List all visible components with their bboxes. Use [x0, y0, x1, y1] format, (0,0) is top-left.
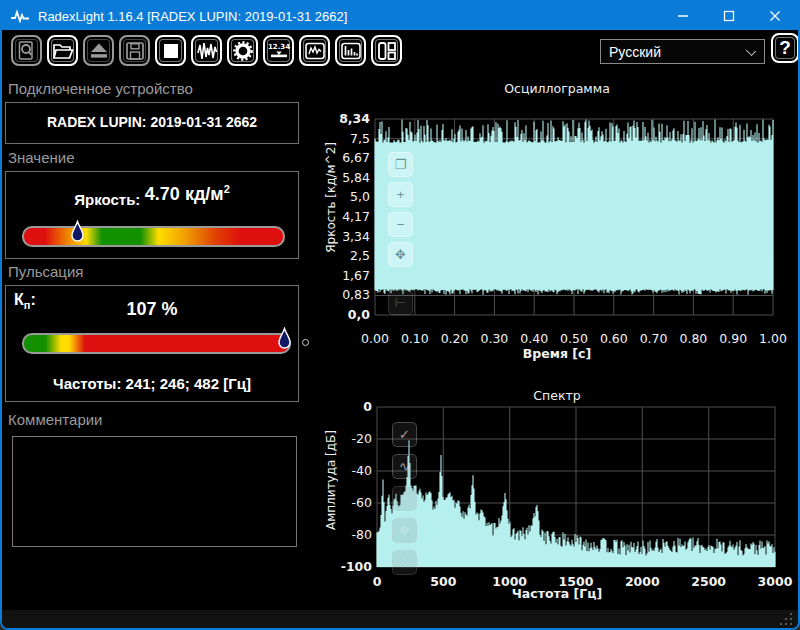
- value-marker-icon[interactable]: [71, 220, 84, 244]
- brightness-value: 4.70 кд/м2: [145, 184, 230, 204]
- axis-tick-label: -20: [352, 431, 372, 446]
- axis-tick-label: -100: [341, 559, 373, 574]
- axis-tick-label: 0.80: [679, 331, 707, 346]
- osc-zoom-in-button[interactable]: +: [388, 182, 413, 207]
- eject-button[interactable]: [83, 35, 114, 66]
- pulsation-marker-icon[interactable]: [278, 327, 291, 351]
- comments-section-label: Комментарии: [8, 411, 102, 428]
- axis-tick-label: 5,0: [350, 189, 370, 204]
- layout-button[interactable]: [371, 35, 402, 66]
- axis-tick-label: 0.40: [520, 331, 548, 346]
- pulsation-bar: [22, 333, 291, 354]
- axis-tick-label: 0: [363, 400, 372, 414]
- maximize-button[interactable]: [706, 2, 752, 30]
- pan-icon: ✥: [395, 248, 406, 261]
- bar-chart-icon: [339, 39, 363, 63]
- language-select[interactable]: Русский: [600, 39, 765, 64]
- axis-tick-label: 0.70: [640, 331, 668, 346]
- axis-tick-label: 0.10: [401, 331, 429, 346]
- close-button[interactable]: [752, 2, 798, 30]
- spectrum-chart[interactable]: 0-20-40-60-80-10005001000150020002500300…: [317, 400, 797, 600]
- digits-12.34-icon: 12.34: [267, 39, 291, 63]
- oscillogram-view-button[interactable]: [191, 35, 222, 66]
- resize-grip[interactable]: [778, 613, 792, 625]
- kp-value: 107 %: [6, 299, 298, 320]
- smoothed-wave-view-button[interactable]: [299, 35, 330, 66]
- osc-axes-button[interactable]: ⊢: [388, 290, 413, 315]
- svg-text:12.34: 12.34: [267, 42, 289, 50]
- open-folder-icon: [51, 39, 75, 63]
- axis-tick-label: 0.50: [560, 331, 588, 346]
- titlebar[interactable]: RadexLight 1.16.4 [RADEX LUPIN: 2019-01-…: [2, 2, 798, 30]
- wave-icon: ∿: [399, 460, 410, 473]
- axis-tick-label: -40: [352, 463, 372, 478]
- spec-pan-button[interactable]: ✥: [392, 518, 417, 543]
- minimize-button[interactable]: [660, 2, 706, 30]
- axis-tick-label: 0.30: [480, 331, 508, 346]
- oscillogram-title: Осциллограмма: [317, 81, 797, 96]
- axis-tick-label: 4,17: [342, 209, 370, 224]
- gear-icon: [231, 39, 255, 63]
- chevron-down-icon: [746, 46, 756, 56]
- axis-tick-label: 7,5: [350, 131, 370, 146]
- spectrum-view-button[interactable]: [335, 35, 366, 66]
- device-section-label: Подключенное устройство: [8, 80, 193, 97]
- zoom-out-icon: −: [397, 218, 405, 231]
- checkmark-icon: ✓: [399, 428, 410, 441]
- axis-tick-label: 0,83: [342, 287, 370, 302]
- osc-zoom-out-button[interactable]: −: [388, 212, 413, 237]
- open-button[interactable]: [47, 35, 78, 66]
- oscillogram-xlabel: Время [с]: [317, 346, 797, 361]
- device-name: RADEX LUPIN: 2019-01-31 2662: [6, 114, 298, 130]
- osc-copy-button[interactable]: ❐: [388, 152, 413, 177]
- axis-tick-label: 0.00: [361, 331, 389, 346]
- dots-icon: ⁘: [399, 556, 410, 569]
- comments-textarea[interactable]: [12, 436, 297, 547]
- waveform-icon: [195, 39, 219, 63]
- save-button[interactable]: [119, 35, 150, 66]
- axis-tick-label: 1,67: [342, 268, 370, 283]
- spec-autoscale-button[interactable]: ✓: [392, 422, 417, 447]
- app-logo-icon: [10, 8, 30, 24]
- floppy-disk-icon: [123, 39, 147, 63]
- pulsation-overflow-dot: [302, 339, 309, 346]
- minimize-icon: [677, 10, 689, 22]
- numeric-display-button[interactable]: 12.34: [263, 35, 294, 66]
- app-window: RadexLight 1.16.4 [RADEX LUPIN: 2019-01-…: [0, 0, 800, 630]
- split-layout-icon: [375, 39, 399, 63]
- value-section-label: Значение: [8, 149, 75, 166]
- wave-box-icon: [303, 39, 327, 63]
- stop-square-icon: [159, 39, 183, 63]
- axis-tick-label: 6,67: [342, 150, 370, 165]
- language-value: Русский: [609, 44, 661, 60]
- axis-tick-label: 0.60: [600, 331, 628, 346]
- axis-tick-label: 3,34: [342, 229, 370, 244]
- axis-tick-label: 8,34: [339, 111, 370, 126]
- stop-button[interactable]: [155, 35, 186, 66]
- axis-tick-label: 0.20: [441, 331, 469, 346]
- spec-trace-button[interactable]: ∿: [392, 454, 417, 479]
- magnifier-document-icon: [15, 39, 39, 63]
- zoom-tool-button[interactable]: [11, 35, 42, 66]
- spec-options-button[interactable]: ⁘: [392, 550, 417, 575]
- settings-button[interactable]: [227, 35, 258, 66]
- zoom-out-icon: −: [401, 492, 409, 505]
- osc-pan-button[interactable]: ✥: [388, 242, 413, 267]
- maximize-icon: [723, 10, 735, 22]
- axis-tick-label: 0.90: [719, 331, 747, 346]
- value-bar: [22, 226, 285, 247]
- pulsation-box: Кп: 107 % Частоты: 241; 246; 482 [Гц]: [5, 285, 299, 402]
- axis-tick-label: 1.00: [759, 331, 787, 346]
- axis-tick-label: -80: [352, 527, 372, 542]
- spectrum-xlabel: Частота [Гц]: [317, 586, 797, 601]
- eject-icon: [87, 39, 111, 63]
- axis-tick-label: -60: [352, 495, 372, 510]
- axis-tick-label: 0,0: [348, 307, 370, 322]
- brightness-label: Яркость:: [74, 191, 140, 208]
- axis-tick-label: 2,5: [350, 248, 370, 263]
- spec-zoom-out-button[interactable]: −: [392, 486, 417, 511]
- pan-icon: ✥: [399, 524, 410, 537]
- help-button[interactable]: ?: [771, 33, 799, 63]
- toolbar: 12.34 Русский ?: [2, 30, 798, 70]
- zoom-in-icon: +: [397, 188, 405, 201]
